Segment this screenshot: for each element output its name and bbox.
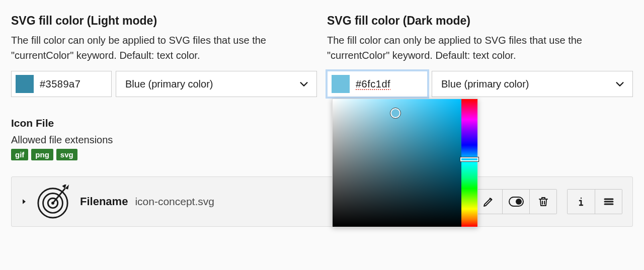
- svg-point-10: [581, 198, 582, 199]
- dark-color-input-wrapper[interactable]: #6fc1df: [327, 71, 428, 97]
- allowed-extensions-tags: gif png svg: [11, 149, 317, 160]
- light-color-swatch[interactable]: [16, 75, 34, 93]
- caret-right-icon: [21, 198, 28, 205]
- toggle-icon: [509, 197, 524, 207]
- extension-tag: gif: [11, 149, 28, 160]
- expand-toggle[interactable]: [20, 197, 29, 206]
- menu-button[interactable]: [595, 190, 622, 214]
- light-color-preset-select[interactable]: Blue (primary color): [116, 71, 317, 97]
- file-thumbnail: [36, 185, 70, 219]
- dark-color-preset-label: Blue (primary color): [441, 78, 529, 90]
- info-icon: [575, 196, 587, 208]
- svg-point-9: [516, 199, 522, 205]
- dark-mode-desc: The fill color can only be applied to SV…: [327, 33, 629, 63]
- light-mode-heading: SVG fill color (Light mode): [11, 14, 317, 28]
- dark-color-preset-select[interactable]: Blue (primary color): [432, 71, 633, 97]
- sv-cursor[interactable]: [390, 108, 400, 118]
- dark-color-swatch[interactable]: [332, 75, 350, 93]
- hamburger-icon: [603, 196, 615, 208]
- saturation-value-panel[interactable]: [333, 99, 461, 227]
- target-icon: [36, 185, 70, 219]
- toggle-button[interactable]: [502, 190, 529, 214]
- filename-label: Filename: [80, 195, 128, 208]
- light-color-hex-input[interactable]: #3589a7: [40, 78, 100, 90]
- icon-file-heading: Icon File: [11, 117, 317, 129]
- delete-button[interactable]: [529, 190, 556, 214]
- file-action-group-2: [567, 189, 622, 214]
- trash-icon: [537, 196, 549, 208]
- color-picker-popup[interactable]: [332, 99, 478, 227]
- light-color-preset-label: Blue (primary color): [125, 78, 213, 90]
- light-mode-section: SVG fill color (Light mode) The fill col…: [11, 12, 317, 160]
- hue-cursor[interactable]: [460, 157, 478, 161]
- file-actions: [474, 189, 622, 214]
- light-mode-desc: The fill color can only be applied to SV…: [11, 33, 313, 63]
- dark-color-hex-input[interactable]: #6fc1df: [356, 78, 416, 90]
- hue-slider[interactable]: [461, 99, 477, 227]
- light-color-input-wrapper[interactable]: #3589a7: [11, 71, 112, 97]
- file-action-group-1: [474, 189, 557, 214]
- dark-mode-heading: SVG fill color (Dark mode): [327, 14, 633, 28]
- file-card: Filename icon-concept.svg: [11, 176, 633, 227]
- svg-marker-0: [23, 199, 26, 204]
- filename-value: icon-concept.svg: [135, 196, 214, 208]
- svg-line-5: [53, 189, 65, 203]
- extension-tag: png: [31, 149, 53, 160]
- edit-button[interactable]: [475, 190, 502, 214]
- extension-tag: svg: [56, 149, 77, 160]
- info-button[interactable]: [568, 190, 595, 214]
- allowed-extensions-label: Allowed file extensions: [11, 134, 317, 146]
- chevron-down-icon: [614, 78, 625, 89]
- pencil-icon: [482, 196, 495, 208]
- chevron-down-icon: [298, 78, 309, 89]
